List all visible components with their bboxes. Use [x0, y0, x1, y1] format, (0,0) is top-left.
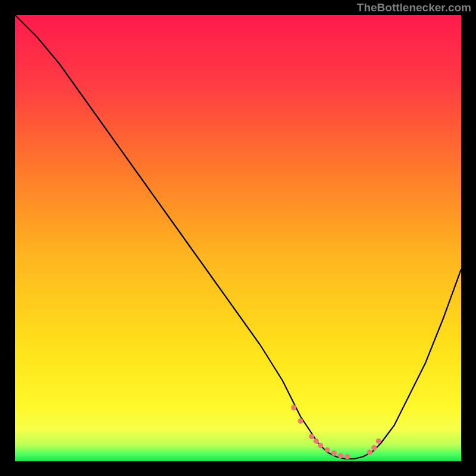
marker-point	[371, 445, 377, 450]
marker-point	[367, 450, 372, 455]
marker-point	[376, 439, 381, 444]
gradient-background	[15, 15, 461, 461]
marker-point	[291, 405, 296, 411]
marker-point	[309, 434, 314, 439]
marker-point	[298, 418, 303, 424]
plot-area	[15, 15, 461, 461]
marker-point	[345, 454, 350, 459]
marker-point	[314, 439, 319, 444]
marker-point	[318, 443, 323, 448]
watermark-text: TheBottlenecker.com	[357, 1, 471, 14]
marker-point	[331, 450, 337, 456]
marker-point	[338, 453, 343, 459]
marker-point	[325, 447, 330, 453]
chart-svg	[15, 15, 461, 461]
chart-container: TheBottlenecker.com	[0, 0, 476, 476]
